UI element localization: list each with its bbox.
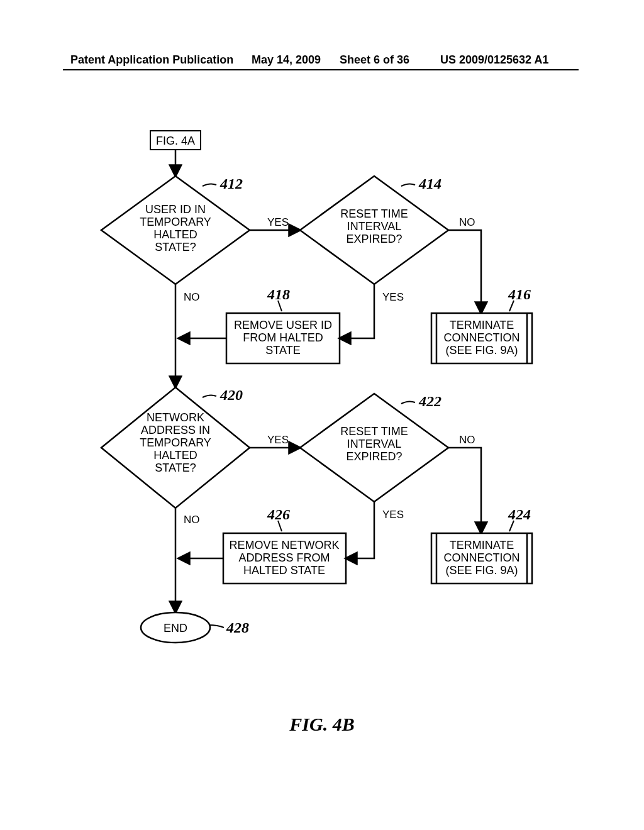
svg-text:INTERVAL: INTERVAL [347,220,401,233]
flowchart: FIG. 4A USER ID IN TEMPORARY HALTED STAT… [0,0,644,830]
edge-412-yes-label: YES [267,216,289,228]
svg-text:REMOVE USER ID: REMOVE USER ID [234,319,332,331]
svg-text:ADDRESS IN: ADDRESS IN [141,424,210,436]
svg-text:HALTED STATE: HALTED STATE [243,564,325,577]
ref-lead-412 [203,184,216,186]
svg-text:HALTED: HALTED [153,449,197,462]
decision-422: RESET TIME INTERVAL EXPIRED? [300,394,448,502]
ref-416: 416 [508,286,531,302]
svg-text:STATE?: STATE? [155,462,196,474]
process-418: REMOVE USER ID FROM HALTED STATE [226,313,340,363]
svg-text:CONNECTION: CONNECTION [444,331,520,344]
edge-422-426 [346,502,374,558]
ref-412: 412 [219,175,243,192]
process-426: REMOVE NETWORK ADDRESS FROM HALTED STATE [223,533,346,584]
svg-text:HALTED: HALTED [153,228,197,241]
ref-420: 420 [219,387,243,403]
edge-422-no-label: NO [459,434,475,446]
edge-414-418 [340,284,374,338]
ref-422: 422 [418,393,441,409]
process-424: TERMINATE CONNECTION (SEE FIG. 9A) [431,533,532,584]
svg-text:REMOVE NETWORK: REMOVE NETWORK [229,539,339,551]
figure-title: FIG. 4B [0,714,644,735]
svg-text:TEMPORARY: TEMPORARY [140,436,211,449]
svg-text:USER ID IN: USER ID IN [145,203,206,216]
ref-428: 428 [226,619,249,636]
ref-418: 418 [267,286,290,302]
ref-lead-428 [209,625,224,628]
edge-414-no-label: NO [459,216,475,228]
svg-text:INTERVAL: INTERVAL [347,438,401,450]
ref-414: 414 [418,175,441,192]
svg-text:TERMINATE: TERMINATE [450,319,514,331]
ref-lead-420 [203,395,216,397]
svg-text:RESET TIME: RESET TIME [340,208,408,220]
ref-lead-414 [401,184,415,186]
ref-424: 424 [508,506,531,523]
svg-text:TERMINATE: TERMINATE [450,539,514,551]
svg-text:CONNECTION: CONNECTION [444,551,520,564]
decision-420: NETWORK ADDRESS IN TEMPORARY HALTED STAT… [101,387,250,508]
edge-422-424 [448,448,481,533]
terminator-end: END [141,612,210,643]
svg-text:TEMPORARY: TEMPORARY [140,216,211,228]
svg-text:(SEE FIG. 9A): (SEE FIG. 9A) [445,564,518,577]
entry-connector: FIG. 4A [150,131,201,150]
process-416: TERMINATE CONNECTION (SEE FIG. 9A) [431,313,532,363]
edge-422-yes-label: YES [382,509,404,521]
decision-412: USER ID IN TEMPORARY HALTED STATE? [101,176,250,284]
edge-412-no-label: NO [184,291,200,303]
page: Patent Application Publication May 14, 2… [0,0,644,830]
svg-text:STATE: STATE [265,344,300,357]
edge-420-no-label: NO [184,514,200,526]
decision-414: RESET TIME INTERVAL EXPIRED? [300,176,448,284]
svg-text:FROM HALTED: FROM HALTED [243,331,323,344]
svg-text:NETWORK: NETWORK [147,411,204,424]
svg-text:STATE?: STATE? [155,241,196,253]
ref-426: 426 [267,506,290,523]
entry-label: FIG. 4A [156,135,195,147]
svg-text:EXPIRED?: EXPIRED? [346,450,402,463]
svg-text:RESET TIME: RESET TIME [340,425,408,438]
edge-420-yes-label: YES [267,434,289,446]
svg-text:EXPIRED?: EXPIRED? [346,233,402,245]
svg-text:ADDRESS FROM: ADDRESS FROM [238,551,330,564]
ref-lead-422 [401,401,415,404]
edge-414-416 [448,230,481,313]
svg-text:(SEE FIG. 9A): (SEE FIG. 9A) [445,344,518,357]
svg-text:END: END [164,622,187,634]
edge-414-yes-label: YES [382,291,404,303]
